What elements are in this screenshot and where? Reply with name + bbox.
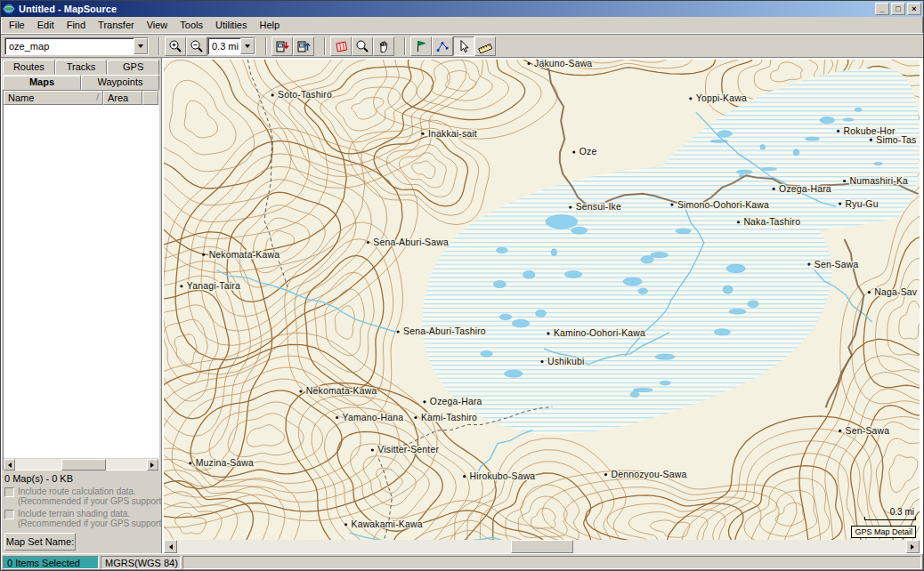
place-dot [540,360,543,363]
send-to-device-button[interactable] [272,36,293,56]
place-dot [272,93,274,96]
map-label: Sena-Aburi-Sawa [373,237,449,247]
map-label: Kami-Tashiro [421,413,477,422]
place-dot [839,430,841,432]
place-dot [371,448,374,451]
gps-map-detail-badge: GPS Map Detail [851,526,916,538]
tab-maps[interactable]: Maps [3,75,81,90]
map-scroll-track[interactable] [177,540,906,553]
triangle-left-icon [5,462,12,468]
map-label: Inakkai-sait [428,129,477,139]
map-label: Visitter-Senter [377,445,439,454]
toolbar-separator [404,37,406,55]
map-tool-button[interactable] [330,36,352,56]
close-button[interactable]: × [907,3,921,15]
zoom-in-button[interactable] [165,36,186,56]
place-dot [670,204,673,206]
map-label: Kawakami-Kawa [352,519,423,529]
place-dot [837,130,839,133]
tab-routes[interactable]: Routes [3,60,55,75]
tab-gps[interactable]: GPS [107,60,159,75]
place-dot [423,400,426,403]
map-label: Muzina-Sawa [196,458,254,468]
tab-tracks[interactable]: Tracks [55,60,108,75]
scale-label: 0.3 mi [851,507,916,517]
map-label: Oze [580,147,597,157]
column-header-name[interactable]: Name / [4,91,103,105]
map-scroll-thumb[interactable] [511,540,573,553]
map-label: Naga-Sav [874,287,918,297]
map-canvas[interactable]: Jakuno-SawaSoto-TashiroYoppi-KawaInakkai… [164,60,920,540]
zoom-scale-value: 0.3 mi [208,41,240,52]
place-dot [604,473,607,476]
menu-view[interactable]: View [141,18,174,32]
map-label: Naka-Tashiro [743,217,800,227]
scroll-thumb[interactable] [61,459,106,470]
map-set-name-button[interactable]: Map Set Name: [4,533,76,551]
map-label: Yanagi-Taira [187,281,240,291]
map-scroll-right-button[interactable] [906,540,920,553]
place-dot [414,416,417,419]
column-header-area[interactable]: Area [103,91,142,105]
place-dot [397,330,400,333]
maps-list-header: Name / Area [4,91,158,105]
menu-find[interactable]: Find [61,18,92,32]
selection-tool-button[interactable] [453,36,474,56]
scroll-right-button[interactable] [147,459,158,470]
map-label: Yamano-Hana [343,413,404,422]
zoom-scale-dropdown-button[interactable] [240,38,255,54]
zoom-out-button[interactable] [186,36,207,56]
place-dot [202,253,205,256]
map-product-value: oze_map [5,41,134,52]
scroll-left-button[interactable] [4,459,15,470]
sort-indicator-icon: / [96,92,99,103]
menu-edit[interactable]: Edit [31,18,61,32]
map-product-dropdown-button[interactable] [134,38,148,54]
maps-list-body[interactable] [4,105,158,458]
send-to-device-icon [275,39,289,53]
toolbar-separator [265,37,267,55]
route-data-option: Include route calculation data. (Recomme… [3,486,159,508]
tab-waypoints[interactable]: Waypoints [81,75,159,90]
map-scroll-left-button[interactable] [164,540,177,553]
menu-transfer[interactable]: Transfer [92,18,141,32]
map-product-combobox[interactable]: oze_map [4,37,149,55]
place-dot [180,285,182,287]
waypoint-tool-button[interactable] [410,36,432,56]
zoom-tool-button[interactable] [352,36,373,56]
map-label: Sena-Aburi-Tashiro [403,326,486,336]
zoom-scale-combobox[interactable]: 0.3 mi [207,37,255,55]
receive-from-device-icon [296,39,311,53]
menu-tools[interactable]: Tools [174,18,209,32]
tab-row-1: Routes Tracks GPS [3,60,159,75]
column-header-filler [142,91,158,105]
title-bar[interactable]: Untitled - MapSource _ □ × [1,1,923,17]
map-hscrollbar[interactable] [164,540,920,553]
route-data-label: Include route calculation data. [18,487,174,496]
menu-help[interactable]: Help [253,18,286,32]
maximize-button[interactable]: □ [891,3,905,15]
scroll-track[interactable] [15,459,147,470]
terrain-shading-label: Include terrain shading data. [18,509,171,519]
topo-map: Jakuno-SawaSoto-TashiroYoppi-KawaInakkai… [164,60,920,540]
receive-from-device-button[interactable] [293,36,314,56]
maps-list: Name / Area [3,90,159,470]
place-dot [868,291,871,294]
map-label: Ozega-Hara [779,184,831,194]
terrain-shading-checkbox[interactable] [4,510,14,519]
distance-tool-button[interactable] [474,36,496,56]
map-label: Hirokubo-Sawa [470,471,536,481]
place-dot [421,133,424,135]
map-label: Kamino-Oohori-Kawa [554,328,645,338]
minimize-button[interactable]: _ [875,3,889,15]
place-dot [463,475,466,478]
map-label: Dennozyou-Sawa [611,470,686,479]
route-data-checkbox[interactable] [4,487,14,497]
maps-list-hscrollbar[interactable] [4,458,158,470]
map-label: Ryu-Gu [846,199,879,209]
route-tool-button[interactable] [432,36,453,56]
menu-utilities[interactable]: Utilities [209,18,253,32]
menu-file[interactable]: File [3,18,31,32]
map-label: Ozega-Hara [430,397,482,406]
pan-tool-button[interactable] [373,36,394,56]
